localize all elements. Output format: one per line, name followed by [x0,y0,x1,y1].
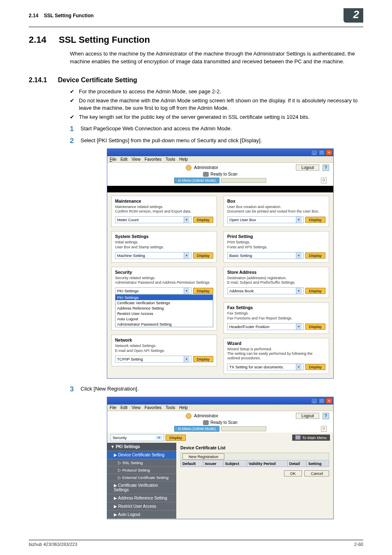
display-button[interactable]: Display [193,252,213,259]
menu-edit[interactable]: Edit [120,405,127,410]
card-title: Store Address [227,270,325,275]
menu-view[interactable]: View [131,157,141,162]
system-select[interactable]: Machine Setting▾ [115,252,191,259]
card-sub: Print Settings. Fonts and XPS Settings. [227,240,325,250]
security-select[interactable]: PKI Settings▾ PKI Settings Certificate V… [115,287,191,294]
card-title: Wizard [227,341,325,346]
card-sub: Fax Settings. Fax Functions and Fax Repo… [227,311,325,321]
refresh-icon[interactable]: ⟳ [321,426,327,432]
minimize-button[interactable]: _ [311,398,318,404]
wizard-select[interactable]: TX Setting for scan documents.▾ [227,363,304,370]
card-sub: User Box creation and operation. Documen… [227,205,325,214]
display-button[interactable]: Display [305,252,325,259]
admin-window-pki: _ □ × File Edit View Favorites Tools Hel… [107,397,334,519]
menu-favorites[interactable]: Favorites [145,157,161,162]
dropdown-option[interactable]: Restrict User Access [115,311,213,316]
check-item: The key length set for the public key of… [70,113,363,121]
maintenance-select[interactable]: Meter Count▾ [115,216,191,223]
mode-tab[interactable]: In Menu (Admin Mode) [174,178,219,183]
card-print: Print Setting Print Settings. Fonts and … [224,231,329,263]
menu-favorites[interactable]: Favorites [145,405,161,410]
close-button[interactable]: × [326,398,332,404]
network-select[interactable]: TCP/IP Setting▾ [115,356,191,363]
menu-file[interactable]: File [110,405,116,410]
nav-restrict-user[interactable]: ▶ Restrict User Access [107,502,176,510]
menu-tools[interactable]: Tools [166,157,175,162]
nav-cert-verification[interactable]: ▶ Certificate Verification Settings [107,481,176,494]
logout-button[interactable]: Logout [296,413,319,419]
nav-protocol-setting[interactable]: ▷ Protocol Setting [107,466,176,474]
user-icon [186,165,191,171]
chevron-down-icon: ▾ [296,364,302,370]
col-default: Default [181,460,203,467]
display-button[interactable]: Display [305,217,325,223]
dropdown-option[interactable]: Address Reference Setting [115,305,213,311]
card-title: Print Setting [227,234,325,239]
card-sub: Destination (addresses) registration. E-… [227,276,325,285]
menu-file[interactable]: File [110,157,116,162]
refresh-icon[interactable]: ⟳ [321,178,327,183]
maximize-button[interactable]: □ [318,150,325,155]
store-select[interactable]: Address Book▾ [227,287,304,294]
category-select[interactable]: Security▾ [111,434,164,441]
card-sub: Wizard Setup is performed. The setting c… [227,347,325,361]
check-item: Do not leave the machine with the Admin … [70,97,363,112]
admin-label: Administrator [194,414,218,418]
dropdown-option[interactable]: Administrator Password Setting [115,321,213,327]
window-titlebar: _ □ × [107,397,333,405]
menu-tools[interactable]: Tools [166,405,175,410]
fax-select[interactable]: Header/Footer Position▾ [227,323,304,330]
nav-address-reference[interactable]: ▶ Address Reference Setting [107,494,176,502]
card-sub: Maintenance related settings. Confirm RO… [115,205,213,214]
display-button[interactable]: Display [193,217,213,223]
pane-title: Device Certificate List [180,445,329,450]
dropdown-option[interactable]: PKI Settings [115,295,213,300]
page-footer: bizhub 423/363/283/223 2-60 [29,540,363,547]
mode-tab[interactable]: In Menu (Admin Mode) [174,426,219,432]
dropdown-option[interactable]: Auto Logout [115,316,213,321]
dropdown-option[interactable]: Certificate Verification Settings [115,300,213,305]
browser-menubar: File Edit View Favorites Tools Help [107,405,333,411]
minimize-button[interactable]: _ [311,150,318,155]
nav-device-cert[interactable]: ▶ Device Certificate Setting [107,451,176,459]
divider [29,27,363,27]
step-text: Click [New Registration]. [81,386,139,392]
help-icon[interactable]: ? [323,413,329,419]
logout-button[interactable]: Logout [296,164,319,171]
nav-external-cert[interactable]: ▷ External Certificate Setting [107,474,176,481]
prereq-checklist: For the procedure to access the Admin Mo… [70,88,363,121]
nav-ssl-setting[interactable]: ▷ SSL Setting [107,459,176,466]
crumb-section-num: 2.14 [29,13,38,18]
maximize-button[interactable]: □ [318,398,325,404]
section-heading: 2.14 SSL Setting Function [29,35,363,45]
to-main-menu-button[interactable]: To Main Menu [292,435,330,441]
check-item: For the procedure to access the Admin Mo… [70,88,363,95]
card-title: Network [115,338,213,342]
display-button[interactable]: Display [166,435,186,441]
col-validity: Validity Period [247,460,288,467]
status-ready: Ready to Scan [210,172,238,176]
new-registration-button[interactable]: New Registration [182,453,224,460]
menu-edit[interactable]: Edit [120,157,127,162]
user-icon [186,413,191,419]
menu-help[interactable]: Help [179,157,188,162]
step-text: Start PageScope Web Connection and acces… [81,125,232,132]
menu-view[interactable]: View [131,405,141,410]
display-button[interactable]: Display [193,356,213,362]
close-button[interactable]: × [326,150,332,155]
print-select[interactable]: Basic Setting▾ [227,252,304,259]
col-issuer: Issuer [203,460,223,467]
chevron-down-icon: ▾ [184,252,189,259]
box-select[interactable]: Open User Box▾ [227,216,304,223]
ok-button[interactable]: OK [284,470,302,476]
nav-auto-logout[interactable]: ▶ Auto Logout [107,510,176,518]
display-button[interactable]: Display [305,324,325,330]
help-icon[interactable]: ? [323,164,329,171]
display-button[interactable]: Display [193,288,213,294]
card-maintenance: Maintenance Maintenance related settings… [111,196,217,227]
printer-icon [203,172,209,177]
display-button[interactable]: Display [305,364,325,370]
display-button[interactable]: Display [305,288,325,294]
menu-help[interactable]: Help [179,405,188,410]
cancel-button[interactable]: Cancel [304,470,329,476]
